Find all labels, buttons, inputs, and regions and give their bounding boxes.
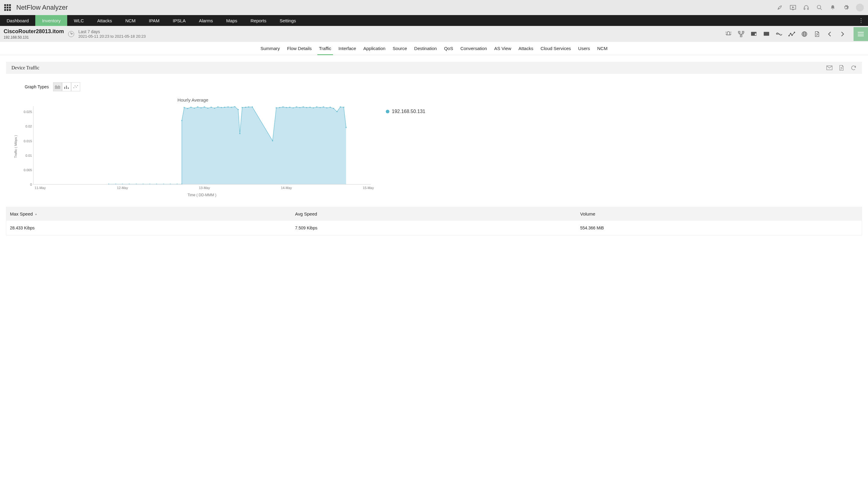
graph-type-area[interactable]: [53, 82, 62, 91]
svg-point-71: [313, 107, 314, 108]
svg-point-47: [217, 106, 219, 108]
nav-item-wlc[interactable]: WLC: [67, 15, 90, 26]
traffic-chart: 00.0050.010.0150.020.02511-May12-May13-M…: [33, 106, 371, 185]
svg-rect-5: [742, 31, 744, 33]
app-title: NetFlow Analyzer: [16, 4, 68, 12]
tab-interface[interactable]: Interface: [335, 42, 360, 55]
legend-label: 192.168.50.131: [392, 109, 425, 114]
avatar[interactable]: [856, 4, 864, 12]
svg-rect-8: [755, 34, 757, 35]
pdf-icon[interactable]: [814, 31, 820, 37]
nav-item-maps[interactable]: Maps: [220, 15, 244, 26]
subtabs: SummaryFlow DetailsTrafficInterfaceAppli…: [0, 42, 868, 55]
y-tick: 0.015: [17, 139, 32, 143]
nav-item-attacks[interactable]: Attacks: [90, 15, 119, 26]
svg-point-48: [221, 107, 222, 108]
apps-grid-icon[interactable]: [4, 4, 11, 11]
screen-lock-icon[interactable]: [750, 31, 757, 37]
svg-point-27: [129, 184, 130, 184]
legend-dot-icon: [386, 110, 389, 113]
globe-icon[interactable]: [801, 31, 808, 37]
nav-item-reports[interactable]: Reports: [244, 15, 273, 26]
stats-header: Max Speed▲ Avg Speed Volume: [6, 207, 862, 221]
presentation-icon[interactable]: [789, 4, 796, 11]
tab-summary[interactable]: Summary: [257, 42, 283, 55]
tab-flow-details[interactable]: Flow Details: [283, 42, 315, 55]
svg-point-43: [204, 106, 205, 108]
bell-icon[interactable]: [829, 4, 836, 11]
col-avg-speed[interactable]: Avg Speed: [292, 207, 576, 221]
traffic-panel: Device Traffic Graph Types Hourly Averag…: [6, 62, 862, 200]
svg-rect-2: [808, 8, 808, 10]
chevron-left-icon[interactable]: [827, 31, 833, 37]
x-tick: 15-May: [363, 186, 374, 190]
svg-point-64: [289, 107, 290, 108]
tab-ncm[interactable]: NCM: [593, 42, 611, 55]
search-icon[interactable]: [816, 4, 823, 11]
link-icon[interactable]: [776, 31, 782, 37]
tab-application[interactable]: Application: [360, 42, 389, 55]
tab-destination[interactable]: Destination: [411, 42, 440, 55]
svg-point-13: [794, 32, 795, 33]
svg-point-42: [201, 107, 202, 108]
nav-item-ipam[interactable]: IPAM: [142, 15, 167, 26]
nav-item-dashboard[interactable]: Dashboard: [0, 15, 35, 26]
nav-item-settings[interactable]: Settings: [273, 15, 302, 26]
svg-point-11: [790, 33, 791, 34]
svg-rect-1: [804, 8, 805, 10]
svg-point-74: [323, 106, 324, 108]
alert-icon[interactable]: [725, 31, 732, 37]
range-dates: 2021-05-11 20:23 to 2021-05-18 20:23: [79, 34, 145, 39]
headset-icon[interactable]: [803, 4, 810, 11]
tab-conversation[interactable]: Conversation: [457, 42, 490, 55]
gear-icon[interactable]: [843, 4, 849, 11]
svg-point-34: [177, 184, 178, 184]
cell-avg-speed: 7.509 Kibps: [292, 221, 576, 235]
svg-point-65: [293, 107, 294, 108]
more-vert-icon[interactable]: ⋮: [858, 17, 864, 24]
svg-point-37: [184, 107, 185, 108]
tab-as-view[interactable]: AS View: [491, 42, 515, 55]
nav-item-ipsla[interactable]: IPSLA: [166, 15, 192, 26]
svg-point-61: [279, 107, 280, 108]
tab-cloud-services[interactable]: Cloud Services: [537, 42, 574, 55]
tab-source[interactable]: Source: [389, 42, 411, 55]
col-max-speed[interactable]: Max Speed▲: [6, 207, 292, 221]
time-range[interactable]: Last 7 days 2021-05-11 20:23 to 2021-05-…: [79, 29, 145, 39]
legend-item[interactable]: 192.168.50.131: [386, 109, 425, 114]
svg-point-28: [136, 184, 137, 184]
graph-type-bar[interactable]: [62, 82, 71, 91]
side-panel-toggle[interactable]: [853, 27, 868, 41]
svg-point-55: [242, 107, 243, 108]
graph-type-scatter[interactable]: [71, 82, 80, 91]
topology-icon[interactable]: [738, 31, 744, 37]
svg-point-21: [75, 86, 76, 86]
svg-rect-17: [64, 87, 65, 89]
stats-table: Max Speed▲ Avg Speed Volume 28.433 Kibps…: [6, 207, 862, 236]
tab-traffic[interactable]: Traffic: [315, 42, 335, 55]
sort-caret-icon: ▲: [35, 212, 37, 216]
svg-point-73: [319, 107, 321, 108]
nav-item-alarms[interactable]: Alarms: [192, 15, 220, 26]
svg-point-68: [302, 106, 304, 108]
svg-point-75: [326, 107, 328, 108]
svg-point-60: [276, 107, 277, 108]
device-name: CiscoRouter28013.itom: [4, 28, 64, 35]
tab-users[interactable]: Users: [574, 42, 593, 55]
clock-icon[interactable]: [68, 31, 74, 37]
svg-point-39: [190, 107, 192, 108]
nav-item-ncm[interactable]: NCM: [119, 15, 142, 26]
rocket-icon[interactable]: [776, 4, 783, 11]
col-volume[interactable]: Volume: [576, 207, 862, 221]
trend-icon[interactable]: [788, 31, 795, 37]
screen-icon[interactable]: [763, 31, 770, 37]
refresh-icon[interactable]: [851, 65, 856, 71]
tab-qos[interactable]: QoS: [440, 42, 457, 55]
chevron-right-icon[interactable]: [839, 31, 846, 37]
nav-item-inventory[interactable]: Inventory: [35, 15, 67, 26]
tab-attacks[interactable]: Attacks: [515, 42, 537, 55]
svg-point-49: [224, 107, 225, 108]
mail-icon[interactable]: [827, 65, 832, 71]
export-pdf-icon[interactable]: [838, 65, 845, 71]
svg-point-50: [228, 106, 229, 108]
